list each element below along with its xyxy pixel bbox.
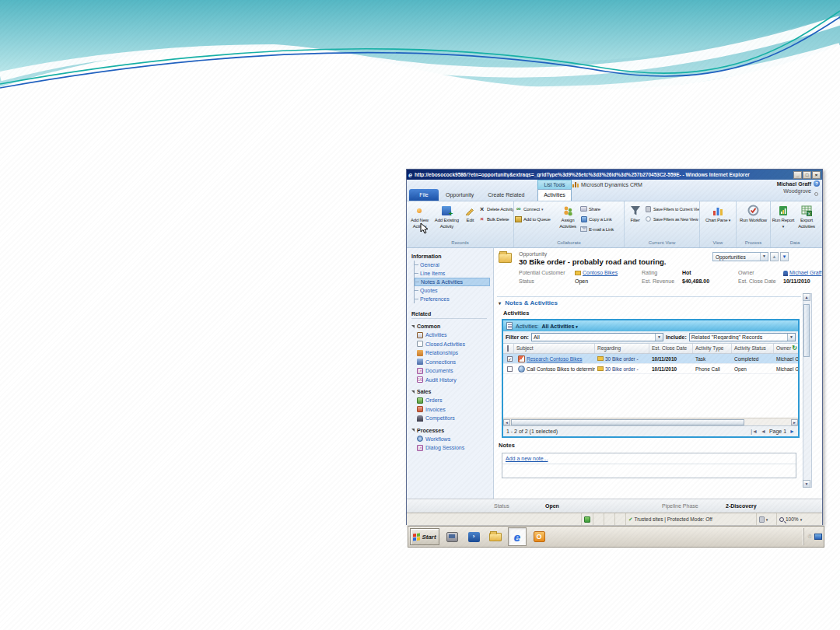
select-all-checkbox[interactable] bbox=[503, 344, 514, 353]
run-report-button[interactable]: Run Report ▾ bbox=[772, 202, 795, 240]
horizontal-scrollbar[interactable]: ◄ ► bbox=[503, 418, 798, 425]
scrollbar-thumb[interactable] bbox=[803, 304, 810, 357]
security-text: Trusted sites | Protected Mode: Off bbox=[634, 516, 712, 522]
column-est-close-date[interactable]: Est. Close Date bbox=[649, 344, 693, 353]
row-checkbox[interactable] bbox=[507, 366, 513, 372]
sidebar-item-closed-activities[interactable]: Closed Activities bbox=[411, 340, 493, 349]
sales-section-header[interactable]: Sales bbox=[411, 387, 493, 396]
chevron-down-icon[interactable]: ▼ bbox=[655, 334, 663, 341]
column-subject[interactable]: Subject bbox=[514, 344, 595, 353]
column-regarding[interactable]: Regarding bbox=[595, 344, 649, 353]
sidebar-item-label: Competitors bbox=[425, 415, 455, 421]
next-record-button[interactable]: ▼ bbox=[780, 252, 789, 261]
filter-button[interactable]: Filter bbox=[625, 202, 645, 240]
sidebar-item-preferences[interactable]: Preferences bbox=[415, 295, 493, 303]
include-select[interactable]: Related "Regarding" Records ▼ bbox=[689, 333, 796, 341]
sidebar-item-documents[interactable]: 16Documents bbox=[411, 366, 493, 376]
tray-display-icon[interactable] bbox=[814, 534, 822, 540]
start-button[interactable]: Start bbox=[410, 528, 439, 545]
activities-view-name[interactable]: All Activities ▾ bbox=[542, 324, 578, 329]
activities-view-bar[interactable]: Activities: All Activities ▾ bbox=[503, 320, 798, 331]
row-checkbox-checked[interactable]: ✓ bbox=[507, 356, 513, 362]
chart-pane-button[interactable]: Chart Pane ▾ bbox=[705, 202, 731, 240]
notes-activities-section-header[interactable]: ▾ Notes & Activities bbox=[497, 296, 801, 308]
run-workflow-button[interactable]: Run Workflow bbox=[738, 202, 769, 240]
bulk-delete-button[interactable]: × Bulk Delete bbox=[478, 214, 513, 224]
refresh-icon[interactable]: ↻ bbox=[792, 345, 797, 352]
assign-activities-button[interactable]: Assign Activities bbox=[555, 202, 580, 240]
view-selector[interactable]: Opportunities ▼ bbox=[712, 252, 768, 261]
chevron-down-icon[interactable]: ▼ bbox=[787, 334, 795, 341]
edit-button[interactable]: Edit bbox=[462, 202, 478, 240]
sidebar-item-orders[interactable]: Orders bbox=[411, 396, 493, 405]
sidebar-item-invoices[interactable]: Invoices bbox=[411, 405, 493, 415]
sidebar-item-notes-activities[interactable]: Notes & Activities bbox=[415, 278, 490, 286]
sidebar-item-line-items[interactable]: Line Items bbox=[415, 269, 493, 278]
previous-page-icon[interactable]: ◄ bbox=[761, 429, 766, 434]
vertical-scrollbar[interactable]: ▲ ▼ bbox=[803, 248, 812, 499]
filter-on-select[interactable]: All ▼ bbox=[531, 333, 663, 341]
delete-activity-button[interactable]: × Delete Activity bbox=[478, 204, 513, 214]
outlook-taskbar-icon[interactable]: O bbox=[530, 527, 548, 546]
powershell-taskbar-icon[interactable]: › bbox=[464, 527, 483, 546]
column-activity-status[interactable]: Activity Status bbox=[732, 344, 774, 353]
copy-a-link-button[interactable]: Copy a Link bbox=[580, 214, 619, 224]
sidebar-item-competitors[interactable]: Competitors bbox=[411, 414, 493, 423]
minimize-button[interactable]: _ bbox=[793, 171, 802, 179]
sidebar-item-label: Line Items bbox=[420, 271, 445, 276]
sidebar-item-relationships[interactable]: Relationships bbox=[411, 348, 493, 358]
grid-empty-space bbox=[503, 374, 798, 418]
title-bar[interactable]: e http://ebosocock9586/?etn=opportunity&… bbox=[407, 170, 822, 180]
tab-activities-active[interactable]: Activities bbox=[537, 189, 572, 201]
previous-record-button[interactable]: ▲ bbox=[770, 252, 779, 261]
scroll-right-icon[interactable]: ► bbox=[791, 419, 798, 425]
add-to-queue-button[interactable]: Add to Queue bbox=[515, 214, 555, 224]
scrollbar-thumb[interactable] bbox=[511, 419, 744, 425]
server-manager-taskbar-icon[interactable] bbox=[443, 527, 461, 546]
next-page-icon[interactable]: ► bbox=[789, 429, 795, 434]
dynamics-crm-logo-icon bbox=[572, 181, 579, 187]
footer-phase-label: Pipeline Phase bbox=[662, 503, 726, 509]
sidebar-item-general[interactable]: General bbox=[415, 261, 493, 269]
chevron-down-icon[interactable]: ▼ bbox=[760, 253, 768, 261]
potential-customer-link[interactable]: Contoso Bikes bbox=[583, 270, 618, 275]
column-activity-type[interactable]: Activity Type bbox=[693, 344, 732, 353]
connect-button[interactable]: ∞ Connect ▾ bbox=[515, 204, 555, 214]
ribbon-group-data: Run Report ▾ X Export Activities Data bbox=[771, 201, 819, 247]
processes-section-header[interactable]: Processes bbox=[411, 426, 493, 435]
scroll-down-icon[interactable]: ▼ bbox=[803, 480, 810, 488]
sidebar-item-quotes[interactable]: Quotes bbox=[415, 286, 493, 295]
table-row[interactable]: ✓ Research Contoso Bikes 30 Bike order -… bbox=[503, 354, 798, 364]
first-page-icon[interactable]: |◄ bbox=[751, 429, 758, 434]
scroll-left-icon[interactable]: ◄ bbox=[503, 419, 510, 425]
sidebar-item-workflows[interactable]: Workflows bbox=[411, 435, 493, 444]
common-section-header[interactable]: Common bbox=[411, 322, 493, 331]
internet-explorer-taskbar-icon[interactable]: e bbox=[508, 527, 527, 546]
render-mode-button[interactable]: ▾ bbox=[757, 513, 777, 525]
activity-subject-link[interactable]: Research Contoso Bikes bbox=[527, 356, 583, 362]
save-filters-new-view-button[interactable]: Save Filters as New View bbox=[645, 214, 698, 224]
scroll-up-icon[interactable]: ▲ bbox=[803, 293, 810, 301]
mouse-cursor bbox=[420, 222, 429, 235]
table-row[interactable]: Call Contoso Bikes to determin... 30 Bik… bbox=[503, 364, 798, 374]
tray-notification-icon[interactable]: ☃ bbox=[807, 534, 812, 540]
add-existing-activity-button[interactable]: Add Existing Activity bbox=[432, 202, 462, 240]
restore-button[interactable]: □ bbox=[803, 171, 811, 179]
est-revenue-value: $40,488.00 bbox=[682, 278, 738, 284]
close-button[interactable]: × bbox=[812, 171, 821, 179]
tab-create-related[interactable]: Create Related bbox=[481, 189, 531, 201]
zoom-control[interactable]: 100% ▾ bbox=[777, 513, 822, 525]
help-icon[interactable]: ? bbox=[814, 180, 820, 187]
sidebar-item-dialog-sessions[interactable]: 16Dialog Sessions bbox=[411, 443, 493, 453]
sidebar-item-connections[interactable]: Connections bbox=[411, 358, 493, 367]
email-a-link-button[interactable]: E-mail a Link bbox=[580, 224, 619, 234]
add-new-note-link[interactable]: Add a new note... bbox=[506, 456, 548, 461]
share-button[interactable]: Share bbox=[580, 204, 619, 214]
sidebar-item-activities[interactable]: Activities bbox=[411, 331, 493, 340]
sidebar-item-audit-history[interactable]: 16Audit History bbox=[411, 376, 493, 385]
save-filters-current-view-button[interactable]: Save Filters to Current View bbox=[645, 204, 698, 214]
tab-file[interactable]: File bbox=[409, 189, 439, 201]
windows-explorer-taskbar-icon[interactable] bbox=[486, 527, 505, 546]
tab-opportunity[interactable]: Opportunity bbox=[439, 189, 481, 201]
export-activities-button[interactable]: X Export Activities bbox=[795, 202, 818, 240]
